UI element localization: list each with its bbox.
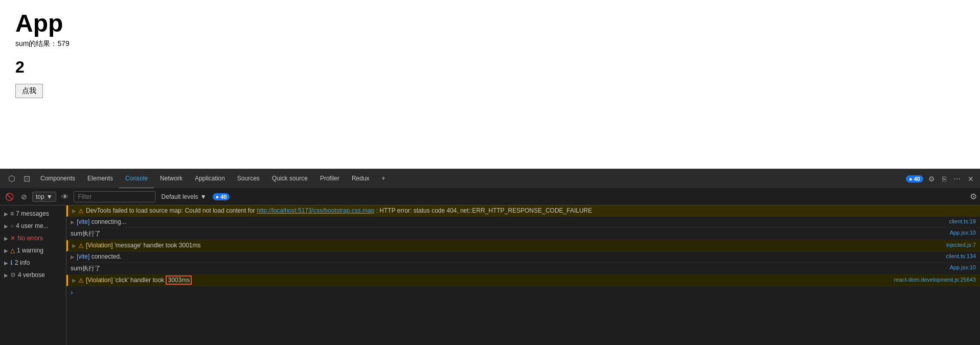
- chevron-down-icon: ▼: [47, 193, 53, 200]
- file-app-10-2[interactable]: App.jsx:10: [950, 264, 976, 270]
- console-sidebar: ▶ ≡ 7 messages ▶ ○ 4 user me... ▶ ✕ No e…: [0, 205, 66, 345]
- row-arrow3: ▶: [72, 243, 76, 248]
- sidebar-info-label: 2 info: [15, 259, 30, 266]
- undock-icon[interactable]: ⎘: [940, 174, 948, 184]
- settings-tab-icon[interactable]: ⚙: [926, 174, 937, 184]
- tab-profiler[interactable]: Profiler: [314, 169, 346, 189]
- more-icon[interactable]: ⋯: [951, 174, 963, 184]
- click-button[interactable]: 点我: [15, 84, 43, 98]
- count-display: 2: [15, 58, 965, 77]
- info-icon: ℹ: [10, 259, 13, 266]
- filter-icon[interactable]: ⊘: [19, 192, 29, 202]
- device-icon[interactable]: ⊡: [19, 174, 34, 183]
- sidebar-item-warnings[interactable]: ▶ △ 1 warning: [0, 244, 66, 257]
- top-label: top: [36, 193, 44, 200]
- sidebar-item-info[interactable]: ▶ ℹ 2 info: [0, 257, 66, 269]
- console-row-vite-connecting: ▶ [vite] connecting... client.ts:19: [66, 217, 980, 228]
- error-badge: ● 40: [906, 175, 923, 182]
- warning-icon: △: [10, 247, 15, 254]
- sidebar-item-verbose[interactable]: ▶ ⚙ 4 verbose: [0, 269, 66, 281]
- row-text-sum1: sum执行了: [71, 229, 945, 238]
- console-row-vite-connected: ▶ [vite] connected. client.ts:134: [66, 251, 980, 263]
- console-row-sum1: sum执行了 App.jsx:10: [66, 228, 980, 240]
- row-arrow2: ▶: [71, 219, 75, 225]
- row-arrow4: ▶: [71, 254, 75, 260]
- eye-icon[interactable]: 👁: [59, 192, 71, 202]
- tab-sources[interactable]: Sources: [231, 169, 266, 189]
- user-icon: ○: [10, 222, 14, 229]
- file-react-dom[interactable]: react-dom.development.js:25643: [894, 277, 976, 283]
- arrow-icon6: ▶: [4, 272, 8, 278]
- devtools-toolbar: 🚫 ⊘ top ▼ 👁 Default levels ▼ ● 40 ⚙: [0, 188, 980, 205]
- warn-icon2: ⚠: [78, 242, 84, 249]
- error-icon: ✕: [10, 235, 15, 242]
- vite-label: [vite]: [77, 218, 89, 225]
- row-text-violation-msg: [Violation] 'message' handler took 3001m…: [86, 242, 941, 249]
- arrow-icon: ▶: [4, 211, 8, 217]
- tab-quick-source[interactable]: Quick source: [266, 169, 314, 189]
- list-icon: ≡: [10, 210, 14, 217]
- tab-components[interactable]: Components: [34, 169, 81, 189]
- console-row-sourcemap-warning: ▶ ⚠ DevTools failed to load source map: …: [66, 205, 980, 217]
- sidebar-verbose-label: 4 verbose: [18, 271, 45, 279]
- inspect-icon[interactable]: ⬡: [4, 174, 19, 183]
- arrow-icon5: ▶: [4, 260, 8, 266]
- console-cursor-row[interactable]: ›: [66, 286, 980, 298]
- file-injected-7[interactable]: injected.js:7: [946, 242, 976, 248]
- arrow-icon2: ▶: [4, 223, 8, 229]
- app-area: App sum的结果：579 2 点我: [0, 0, 980, 169]
- row-text-vite-connecting: [vite] connecting...: [77, 218, 944, 225]
- sidebar-warning-label: 1 warning: [17, 247, 43, 254]
- arrow-icon4: ▶: [4, 248, 8, 254]
- row-text-sourcemap: DevTools failed to load source map: Coul…: [86, 207, 976, 214]
- vite-label2: [vite]: [77, 253, 89, 260]
- file-client-134[interactable]: client.ts:134: [946, 253, 976, 259]
- console-row-sum2: sum执行了 App.jsx:10: [66, 263, 980, 275]
- console-settings-icon[interactable]: ⚙: [970, 192, 977, 201]
- devtools-tab-bar: ⬡ ⊡ Components Elements Console Network …: [0, 169, 980, 188]
- chevron-down-icon2: ▼: [200, 193, 207, 200]
- tab-redux[interactable]: Redux: [346, 169, 376, 189]
- row-arrow: ▶: [72, 208, 76, 214]
- row-text-violation-click: [Violation] 'click' handler took 3003ms: [86, 277, 889, 284]
- tab-application[interactable]: Application: [189, 169, 231, 189]
- file-client-19[interactable]: client.ts:19: [949, 218, 976, 224]
- filter-badge: ● 40: [213, 193, 230, 200]
- console-content: ▶ ⚠ DevTools failed to load source map: …: [66, 205, 980, 345]
- sourcemap-link[interactable]: http://localhost:5173/css/bootstrap.css.…: [257, 207, 374, 214]
- devtools-body: ▶ ≡ 7 messages ▶ ○ 4 user me... ▶ ✕ No e…: [0, 205, 980, 345]
- devtools-panel: ⬡ ⊡ Components Elements Console Network …: [0, 169, 980, 345]
- violation-label: [Violation]: [86, 242, 112, 249]
- sidebar-error-label: No errors: [17, 235, 43, 242]
- add-tab-icon[interactable]: +: [376, 169, 392, 189]
- console-row-violation-message: ▶ ⚠ [Violation] 'message' handler took 3…: [66, 240, 980, 251]
- sidebar-user-label: 4 user me...: [16, 222, 48, 229]
- tab-elements[interactable]: Elements: [81, 169, 119, 189]
- app-title: App: [15, 10, 965, 37]
- filter-input[interactable]: [74, 191, 155, 202]
- violation-highlight: 3003ms: [166, 275, 192, 285]
- arrow-icon3: ▶: [4, 236, 8, 241]
- close-devtools-icon[interactable]: ✕: [966, 174, 976, 184]
- violation-label2: [Violation]: [86, 277, 112, 284]
- tab-console[interactable]: Console: [119, 169, 154, 189]
- tab-network[interactable]: Network: [154, 169, 189, 189]
- file-app-10-1[interactable]: App.jsx:10: [950, 229, 976, 236]
- console-row-violation-click: ▶ ⚠ [Violation] 'click' handler took 300…: [66, 275, 980, 286]
- default-levels-selector[interactable]: Default levels ▼: [158, 192, 210, 201]
- sidebar-all-label: 7 messages: [16, 210, 49, 217]
- context-selector[interactable]: top ▼: [32, 192, 56, 202]
- tab-right-area: ● 40 ⚙ ⎘ ⋯ ✕: [906, 174, 976, 184]
- row-arrow5: ▶: [72, 278, 76, 283]
- verbose-icon: ⚙: [10, 271, 16, 279]
- sidebar-item-errors[interactable]: ▶ ✕ No errors: [0, 232, 66, 244]
- row-text-sum2: sum执行了: [71, 264, 945, 273]
- sum-result: sum的结果：579: [15, 39, 965, 49]
- row-text-vite-connected: [vite] connected.: [77, 253, 941, 260]
- clear-icon[interactable]: 🚫: [3, 192, 16, 202]
- default-levels-label: Default levels: [162, 193, 198, 200]
- warn-icon: ⚠: [78, 208, 84, 215]
- sidebar-item-all-messages[interactable]: ▶ ≡ 7 messages: [0, 208, 66, 220]
- sidebar-item-user-messages[interactable]: ▶ ○ 4 user me...: [0, 220, 66, 232]
- warn-icon3: ⚠: [78, 277, 84, 284]
